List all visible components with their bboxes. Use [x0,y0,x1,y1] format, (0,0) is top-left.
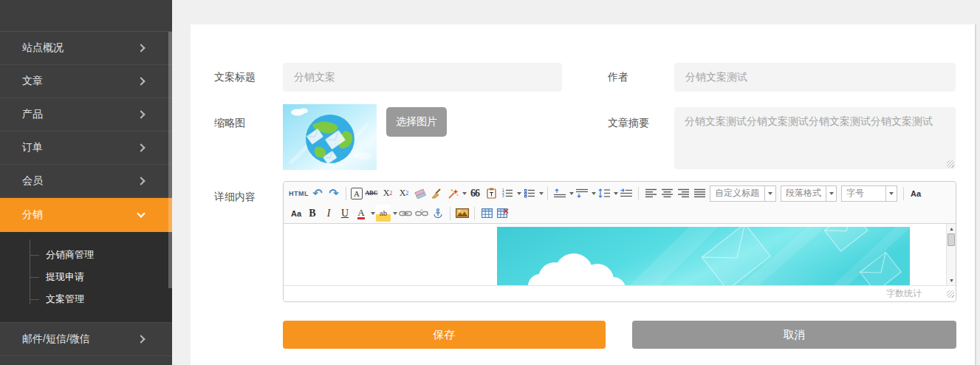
sidebar-item-label: 站点概况 [22,41,64,55]
title-label: 文案标题 [214,71,256,84]
sidebar-item-site-overview[interactable]: 站点概况 [0,32,172,65]
align-left-icon[interactable] [643,185,658,202]
paragraph-spacing-after-icon[interactable] [575,185,589,202]
bold-button[interactable]: B [305,205,320,222]
chevron-right-icon [137,335,145,343]
font-color-dropdown-arrow[interactable] [371,212,375,215]
first-line-indent-icon[interactable] [619,185,634,202]
sidebar-item-label: 订单 [22,141,43,154]
source-code-button[interactable]: HTML [289,185,309,202]
paragraph-format-select[interactable]: 段落格式 [781,185,837,202]
paragraph-spacing-after-dropdown-arrow[interactable] [592,192,596,195]
thumbnail-image [283,104,377,170]
toolbar-divider [638,187,639,200]
line-height-icon[interactable] [597,185,611,202]
toolbar-row-1: HTML ↶ ↷ A ABC X2 X2 66 123 [288,183,951,203]
sidebar: 站点概况 文章 产品 订单 会员 分销 分销商管理 提现申请 文案管理 邮件/短… [0,0,172,365]
toolbar-divider [474,207,475,220]
title-input[interactable] [283,63,562,92]
chevron-right-icon [137,110,145,118]
redo-icon[interactable]: ↷ [326,185,341,202]
align-justify-icon[interactable] [692,185,707,202]
sidebar-item-members[interactable]: 会员 [0,165,172,198]
select-dropdown-arrow[interactable] [885,186,897,201]
auto-typeset-dropdown-arrow[interactable] [462,192,467,195]
content-label: 详细内容 [214,191,256,204]
custom-title-select[interactable]: 自定义标题 [710,185,776,202]
paste-as-text-icon[interactable] [484,185,498,202]
insert-image-icon[interactable] [455,205,470,222]
sidebar-item-label: 分销 [22,208,43,222]
anchor-icon[interactable] [431,205,445,222]
chevron-down-icon [137,209,145,217]
toolbar-row-2: Aa B I U A ab [288,203,951,223]
sidebar-item-label: 会员 [22,174,43,188]
select-dropdown-arrow[interactable] [826,186,836,201]
superscript-button[interactable]: X2 [380,185,395,202]
save-button[interactable]: 保存 [283,321,606,349]
paragraph-spacing-before-icon[interactable] [552,185,567,202]
editor-toolbar: HTML ↶ ↷ A ABC X2 X2 66 123 [284,182,956,224]
thumbnail-label: 缩略图 [214,117,245,130]
unordered-list-icon[interactable] [522,185,537,202]
format-brush-icon[interactable] [429,185,444,202]
line-height-dropdown-arrow[interactable] [614,192,618,195]
select-dropdown-arrow[interactable] [764,186,775,201]
submenu-item-copy-management[interactable]: 文案管理 [0,288,172,310]
unordered-list-dropdown-arrow[interactable] [539,192,544,195]
paragraph-spacing-before-dropdown-arrow[interactable] [569,192,574,195]
undo-icon[interactable]: ↶ [310,185,325,202]
insert-table-icon[interactable] [479,205,494,222]
toolbar-divider [346,187,346,200]
scroll-down-icon[interactable]: ▼ [948,276,956,284]
choose-image-button[interactable]: 选择图片 [386,107,447,137]
author-input[interactable] [674,63,956,92]
scroll-up-icon[interactable]: ▲ [948,225,956,233]
align-center-icon[interactable] [659,185,674,202]
sidebar-item-mail-sms-wechat[interactable]: 邮件/短信/微信 [0,323,172,356]
font-size-select[interactable]: 字号 [841,185,897,202]
subscript-button[interactable]: X2 [397,185,411,202]
unlink-icon[interactable] [414,205,429,222]
sidebar-item-products[interactable]: 产品 [0,98,172,132]
sidebar-item-distribution[interactable]: 分销 [0,198,172,232]
distribution-submenu: 分销商管理 提现申请 文案管理 [0,232,172,323]
auto-typeset-icon[interactable] [445,185,460,202]
ordered-list-dropdown-arrow[interactable] [517,192,521,195]
sidebar-item-label: 产品 [22,108,43,121]
editor-content-area[interactable]: ▲ ▼ [284,224,956,285]
chevron-right-icon [137,177,145,185]
summary-textarea[interactable]: 分销文案测试分销文案测试分销文案测试分销文案测试 [674,107,956,169]
submenu-item-withdrawal-application[interactable]: 提现申请 [0,266,172,288]
sidebar-item-label: 邮件/短信/微信 [22,332,90,346]
font-color-button[interactable]: A [357,208,364,219]
cancel-button[interactable]: 取消 [632,321,956,349]
highlight-color-button[interactable]: ab [376,205,391,222]
editor-resize-grip[interactable] [947,290,954,298]
sidebar-item-articles[interactable]: 文章 [0,65,172,98]
svg-text:3: 3 [502,194,504,198]
strikethrough-button[interactable]: ABC [364,185,379,202]
ordered-list-icon[interactable]: 123 [500,185,515,202]
case-convert-button[interactable]: Aa [289,205,304,222]
italic-button[interactable]: I [321,205,336,222]
sidebar-item-partial [0,356,172,365]
word-count-bar: 字数统计 [284,285,956,301]
highlight-dropdown-arrow[interactable] [393,212,397,215]
word-count-label: 字数统计 [886,288,922,299]
underline-button[interactable]: U [337,205,352,222]
sidebar-item-orders[interactable]: 订单 [0,132,172,165]
submenu-item-distributor-management[interactable]: 分销商管理 [0,244,172,266]
font-border-button[interactable]: A [351,188,363,199]
eraser-icon[interactable] [413,185,428,202]
chevron-right-icon [137,143,145,151]
sidebar-scrollbar-thumb[interactable] [168,32,172,288]
page-scrollbar[interactable] [975,24,976,365]
editor-scrollbar-thumb[interactable] [948,233,955,246]
blockquote-button[interactable]: 66 [467,185,482,202]
delete-table-icon[interactable] [496,205,510,222]
align-right-icon[interactable] [676,185,691,202]
editor-scrollbar[interactable]: ▲ ▼ [946,224,956,285]
insert-link-icon[interactable] [398,205,413,222]
letter-case-button[interactable]: Aa [908,185,923,202]
